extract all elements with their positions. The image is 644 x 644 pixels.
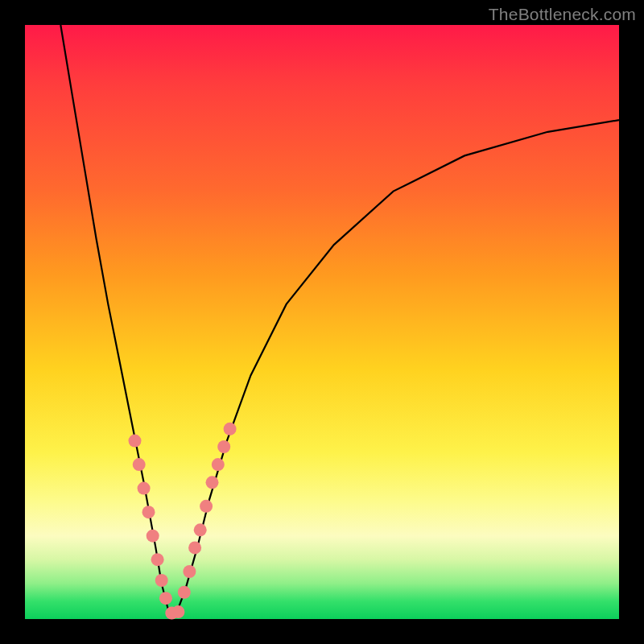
highlight-marker [129, 435, 142, 448]
highlight-marker [224, 423, 237, 436]
highlight-marker [206, 476, 219, 489]
highlight-marker [194, 523, 207, 536]
highlight-marker [200, 500, 213, 513]
highlight-marker [151, 553, 164, 566]
marker-group [129, 423, 237, 620]
highlight-marker [133, 458, 146, 471]
plot-area [25, 25, 619, 619]
highlight-marker [188, 541, 201, 554]
highlight-marker [147, 530, 159, 543]
chart-frame: TheBottleneck.com [0, 0, 644, 644]
bottleneck-curve [60, 25, 619, 619]
highlight-marker [155, 574, 168, 587]
curve-svg [25, 25, 619, 619]
highlight-marker [138, 482, 151, 495]
watermark-text: TheBottleneck.com [489, 5, 636, 24]
highlight-marker [183, 565, 196, 578]
highlight-marker [217, 440, 230, 453]
highlight-marker [212, 458, 225, 471]
highlight-marker [178, 586, 191, 599]
highlight-marker [159, 592, 172, 605]
highlight-marker [142, 506, 155, 518]
highlight-marker [171, 605, 184, 618]
